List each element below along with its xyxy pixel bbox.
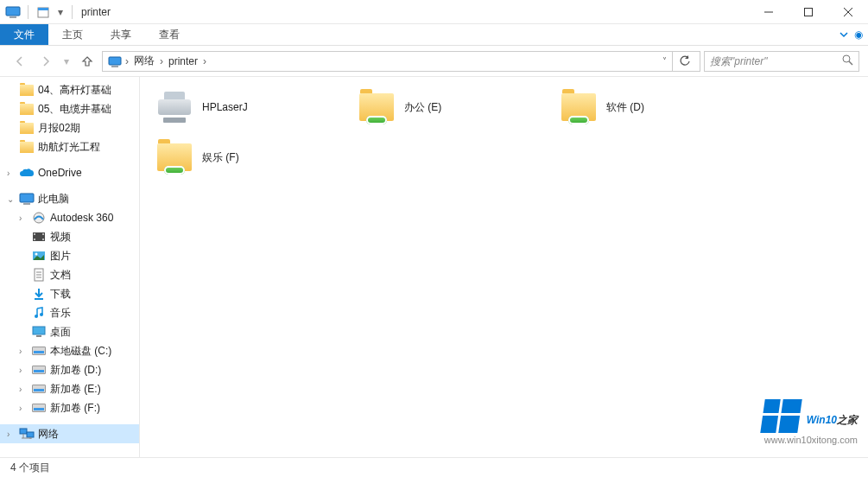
tab-home[interactable]: 主页 (48, 24, 97, 45)
caret-icon[interactable]: ⌄ (7, 194, 16, 204)
titlebar: ▾ printer (0, 0, 868, 24)
tree-label: 新加卷 (D:) (50, 363, 101, 378)
crumb-separator[interactable]: › (201, 55, 208, 67)
item-share[interactable]: 办公 (E) (354, 86, 551, 129)
tree-label: 月报02期 (38, 121, 80, 136)
maximize-button[interactable] (789, 0, 828, 24)
a360-icon (31, 210, 47, 226)
thispc-child[interactable]: 下载 (0, 284, 139, 303)
close-button[interactable] (828, 0, 868, 24)
content-pane[interactable]: HPLaserJ 办公 (E) 软件 (D) 娱乐 (F) Win10之家 ww… (140, 77, 868, 457)
share-folder-icon (155, 138, 193, 176)
minimize-button[interactable] (749, 0, 789, 24)
back-button[interactable] (9, 50, 31, 73)
ribbon-expand-button[interactable]: ◉ (833, 24, 868, 45)
tree-label: 网络 (38, 427, 59, 442)
thispc-child[interactable]: 桌面 (0, 322, 139, 341)
watermark: Win10之家 www.win10xitong.com (763, 399, 858, 433)
search-input[interactable] (710, 55, 842, 67)
search-icon[interactable] (842, 54, 853, 68)
caret-icon[interactable]: › (19, 404, 28, 413)
thispc-child[interactable]: 图片 (0, 246, 139, 265)
svg-rect-3 (38, 8, 48, 10)
thispc-child[interactable]: 文档 (0, 265, 139, 284)
thispc-node[interactable]: ⌄此电脑 (0, 189, 139, 208)
watermark-url[interactable]: www.win10xitong.com (764, 435, 858, 445)
quick-item[interactable]: 助航灯光工程 (0, 137, 139, 156)
printer-icon (155, 88, 193, 126)
disk-icon (31, 381, 47, 397)
svg-rect-13 (23, 203, 30, 205)
onedrive-node[interactable]: ›OneDrive (0, 163, 139, 182)
caret-icon[interactable]: › (19, 385, 28, 394)
crumb-separator[interactable]: › (158, 55, 165, 67)
crumb-network[interactable]: 网络 (130, 54, 158, 68)
svg-point-21 (35, 253, 38, 256)
svg-rect-17 (34, 238, 35, 240)
svg-rect-18 (42, 233, 44, 235)
network-node[interactable]: ›网络 (0, 424, 139, 443)
svg-rect-0 (6, 7, 20, 16)
tree-label: 文档 (50, 268, 71, 283)
disk-icon (31, 400, 47, 416)
crumb-separator[interactable]: › (124, 55, 130, 67)
item-label: 娱乐 (F) (202, 150, 239, 165)
svg-rect-8 (109, 57, 121, 65)
svg-rect-32 (27, 432, 34, 437)
quick-item[interactable]: 05、电缆井基础 (0, 99, 139, 118)
watermark-brand: Win10之家 (807, 404, 858, 429)
tab-file[interactable]: 文件 (0, 24, 48, 45)
explorer-body: 04、高杆灯基础 05、电缆井基础 月报02期 助航灯光工程 ›OneDrive… (0, 77, 868, 457)
tree-label: OneDrive (38, 167, 82, 179)
recent-dropdown[interactable]: ▾ (60, 50, 73, 73)
thispc-child[interactable]: ›新加卷 (E:) (0, 379, 139, 398)
tree-label: 音乐 (50, 306, 71, 321)
search-box[interactable] (704, 51, 859, 72)
caret-icon[interactable]: › (19, 366, 28, 375)
status-bar: 4 个项目 (0, 457, 868, 477)
tree-label: 新加卷 (E:) (50, 382, 101, 397)
item-label: 办公 (E) (404, 100, 441, 115)
window-title: printer (81, 6, 111, 18)
location-icon (106, 55, 124, 67)
item-printer[interactable]: HPLaserJ (152, 86, 349, 129)
tab-share[interactable]: 共享 (97, 24, 145, 45)
address-dropdown-icon[interactable]: ˅ (662, 56, 667, 66)
share-folder-icon (560, 88, 598, 126)
tree-label: 05、电缆井基础 (38, 102, 111, 117)
properties-icon[interactable] (34, 3, 53, 22)
thispc-child[interactable]: ›新加卷 (D:) (0, 360, 139, 379)
caret-icon[interactable]: › (7, 169, 16, 178)
music-icon (31, 305, 47, 321)
crumb-printer[interactable]: printer (165, 55, 201, 67)
qat-dropdown-icon[interactable]: ▾ (54, 3, 67, 22)
pc-icon[interactable] (3, 3, 22, 22)
pc-icon (19, 191, 35, 207)
caret-icon[interactable]: › (7, 429, 16, 439)
tree-label: 新加卷 (F:) (50, 401, 100, 416)
quick-item[interactable]: 月报02期 (0, 118, 139, 137)
up-button[interactable] (76, 50, 98, 73)
refresh-button[interactable] (672, 51, 696, 72)
status-text: 4 个项目 (10, 461, 50, 475)
address-input[interactable]: › 网络 › printer › ˅ (102, 51, 700, 72)
caret-icon[interactable]: › (19, 213, 28, 223)
tab-view[interactable]: 查看 (145, 24, 193, 45)
thispc-child[interactable]: ›本地磁盘 (C:) (0, 341, 139, 360)
forward-button[interactable] (35, 50, 57, 73)
caret-icon[interactable]: › (19, 347, 28, 356)
svg-rect-9 (111, 66, 118, 67)
thispc-child[interactable]: 音乐 (0, 303, 139, 322)
tree-label: Autodesk 360 (50, 212, 113, 224)
quick-item[interactable]: 04、高杆灯基础 (0, 80, 139, 99)
thispc-child[interactable]: ›新加卷 (F:) (0, 398, 139, 417)
ribbon: 文件 主页 共享 查看 ◉ (0, 24, 868, 46)
thispc-child[interactable]: 视频 (0, 227, 139, 246)
thispc-child[interactable]: ›Autodesk 360 (0, 208, 139, 227)
svg-rect-29 (33, 327, 45, 334)
disk-icon (31, 343, 47, 359)
nav-pane[interactable]: 04、高杆灯基础 05、电缆井基础 月报02期 助航灯光工程 ›OneDrive… (0, 77, 140, 457)
tree-label: 助航灯光工程 (38, 140, 100, 155)
item-share[interactable]: 娱乐 (F) (152, 136, 349, 179)
item-share[interactable]: 软件 (D) (556, 86, 753, 129)
